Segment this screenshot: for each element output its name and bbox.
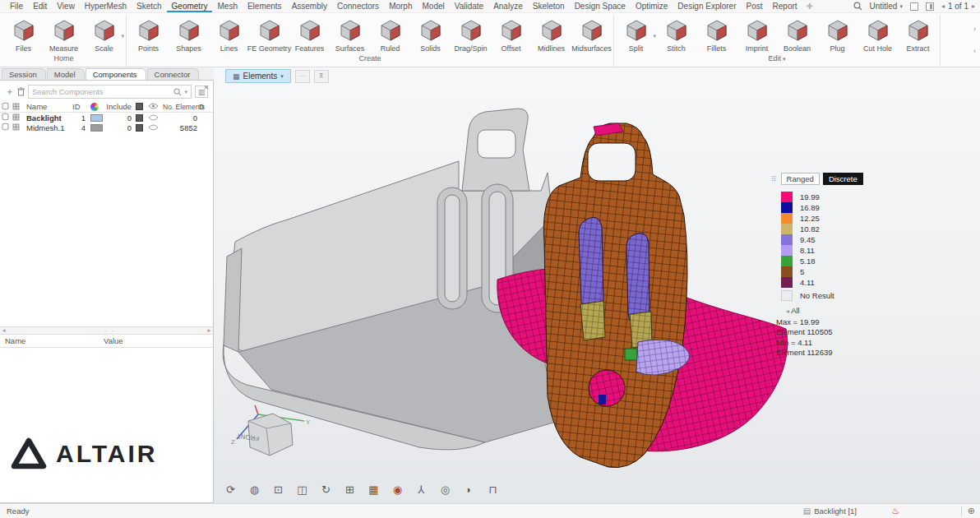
solids-button[interactable]: ▾ Solids: [410, 15, 451, 53]
legend-band-row[interactable]: 8.11: [781, 245, 862, 256]
tab-components[interactable]: Components: [86, 68, 146, 80]
tab-session[interactable]: Session: [2, 68, 46, 80]
menu-skeleton[interactable]: Skeleton: [528, 0, 570, 12]
prev-page-icon[interactable]: ◂: [941, 2, 945, 10]
measure-button[interactable]: ▾ Measure: [44, 15, 84, 53]
legend-all-selector[interactable]: ◂ All: [786, 306, 862, 317]
legend-band-row[interactable]: 5.18: [781, 256, 862, 266]
boolean-button[interactable]: ▾ Boolean: [777, 15, 817, 53]
multi-view-icon[interactable]: [926, 2, 934, 11]
tab-connector[interactable]: Connector: [147, 68, 200, 80]
legend-band-row[interactable]: 9.45: [781, 234, 862, 245]
legend-band-row[interactable]: 10.82: [781, 224, 862, 234]
tab-model[interactable]: Model: [47, 68, 85, 80]
drag-spin-button[interactable]: ▾ Drag/Spin: [451, 15, 491, 53]
menu-file[interactable]: File: [5, 0, 28, 12]
triad-button[interactable]: ⅄: [414, 483, 428, 497]
legend-band-row[interactable]: 19.99: [781, 192, 862, 202]
stitch-button[interactable]: ▾ Stitch: [656, 15, 696, 53]
search-icon[interactable]: [853, 2, 862, 11]
model-scene[interactable]: [214, 67, 980, 503]
extract-button[interactable]: ▾ Extract: [898, 15, 938, 53]
legend-band-row[interactable]: 12.25: [781, 213, 862, 224]
legend-discrete-button[interactable]: Discrete: [823, 173, 863, 185]
split-button[interactable]: ▾ Split: [616, 15, 656, 53]
menu-geometry[interactable]: Geometry: [167, 0, 213, 12]
menu-report[interactable]: Report: [768, 0, 802, 12]
orientation-view-cube[interactable]: FRONT Y Z: [229, 401, 311, 460]
points-button[interactable]: ▾ Points: [128, 15, 169, 53]
component-color-swatch[interactable]: [90, 114, 103, 122]
visibility-eye-icon[interactable]: [148, 123, 163, 132]
legend-drag-handle[interactable]: ⠿: [771, 175, 778, 183]
midlines-button[interactable]: ▾ Midlines: [531, 15, 571, 53]
offset-button[interactable]: ▾ Offset: [491, 15, 531, 53]
entity-highlight-icon[interactable]: ♨: [891, 506, 899, 516]
menu-validate[interactable]: Validate: [450, 0, 488, 12]
surfaces-button[interactable]: ▾ Surfaces: [330, 15, 370, 53]
fillets-button[interactable]: ▾ Fillets: [696, 15, 737, 53]
more-options-icon[interactable]: ▾: [121, 33, 124, 39]
legend-band-row[interactable]: 4.11: [781, 277, 862, 288]
menu-hypermesh[interactable]: HyperMesh: [80, 0, 132, 12]
menu-overflow-icon[interactable]: ✚: [802, 2, 817, 11]
ruled-button[interactable]: ▾ Ruled: [370, 15, 410, 53]
horizontal-scrollbar[interactable]: ◂ · · · ▸: [0, 326, 213, 335]
cut-hole-button[interactable]: ▾ Cut Hole: [858, 15, 898, 53]
menu-analyze[interactable]: Analyze: [488, 0, 528, 12]
files-button[interactable]: ▾ Files: [3, 15, 44, 53]
menu-design-explorer[interactable]: Design Explorer: [673, 0, 741, 12]
magnify-button[interactable]: ◎: [438, 483, 452, 497]
midsurfaces-button[interactable]: ▾ Midsurfaces: [571, 15, 612, 53]
viewport-tab-elements[interactable]: ▦ Elements ▾: [225, 69, 291, 83]
graphics-viewport[interactable]: ▦ Elements ▾ ··· ⊼ ⠿ Ranged Discrete 19.…: [214, 67, 980, 503]
menu-view[interactable]: View: [52, 0, 80, 12]
ribbon-scroll-left-icon[interactable]: ‹: [973, 48, 976, 55]
legend-band-row[interactable]: 5: [781, 266, 862, 277]
imprint-button[interactable]: ▾ Imprint: [737, 15, 777, 53]
arc-rotate-button[interactable]: ⟳: [224, 483, 238, 497]
component-color-swatch[interactable]: [90, 124, 103, 132]
menu-mesh[interactable]: Mesh: [212, 0, 242, 12]
geometry-state-icon[interactable]: [136, 124, 143, 132]
menu-elements[interactable]: Elements: [243, 0, 287, 12]
search-options-icon[interactable]: ▾: [184, 89, 187, 95]
menu-design-space[interactable]: Design Space: [570, 0, 631, 12]
search-components-input[interactable]: [32, 87, 171, 96]
plug-button[interactable]: ▾ Plug: [817, 15, 858, 53]
settings-target-icon[interactable]: ⊕: [968, 506, 975, 516]
legend-band-row[interactable]: 16.89: [781, 202, 862, 213]
menu-assembly[interactable]: Assembly: [287, 0, 332, 12]
ribbon-scroll-right-icon[interactable]: ›: [973, 25, 976, 33]
spin-model-button[interactable]: ↻: [319, 483, 333, 497]
add-component-button[interactable]: ＋: [5, 87, 14, 96]
menu-morph[interactable]: Morph: [384, 0, 417, 12]
close-icon[interactable]: ×: [204, 83, 209, 91]
menu-edit[interactable]: Edit: [28, 0, 52, 12]
perspective-globe-button[interactable]: ◍: [247, 483, 261, 497]
delete-component-button[interactable]: [17, 87, 25, 96]
standard-views-button[interactable]: ◫: [295, 483, 309, 497]
quality-mesh-part[interactable]: [543, 123, 687, 468]
pin-viewport-icon[interactable]: ⊼: [314, 70, 329, 83]
color-by-button[interactable]: ◉: [391, 483, 404, 497]
menu-connectors[interactable]: Connectors: [332, 0, 384, 12]
menu-optimize[interactable]: Optimize: [631, 0, 673, 12]
view-lock-button[interactable]: ⊓: [486, 483, 500, 497]
menu-post[interactable]: Post: [742, 0, 768, 12]
shapes-button[interactable]: ▾ Shapes: [169, 15, 209, 53]
search-icon[interactable]: [173, 88, 182, 96]
component-row[interactable]: Midmesh.1 4 0 5852: [0, 123, 213, 132]
single-view-icon[interactable]: [910, 2, 918, 11]
section-cut-button[interactable]: ◗: [462, 483, 476, 497]
window-zoom-button[interactable]: ⊞: [343, 483, 357, 497]
element-quality-button[interactable]: ▦: [367, 483, 381, 497]
visibility-eye-icon[interactable]: [148, 113, 163, 123]
viewport-overflow-button[interactable]: ···: [295, 70, 310, 83]
next-page-icon[interactable]: ▸: [972, 2, 975, 10]
scale-button[interactable]: ▾ Scale: [84, 15, 124, 53]
legend-no-result-row[interactable]: No Result: [781, 290, 862, 301]
lines-button[interactable]: ▾ Lines: [209, 15, 249, 53]
fe-geometry-button[interactable]: ▾ FE Geometry: [249, 15, 289, 53]
geometry-state-icon[interactable]: [136, 114, 143, 122]
